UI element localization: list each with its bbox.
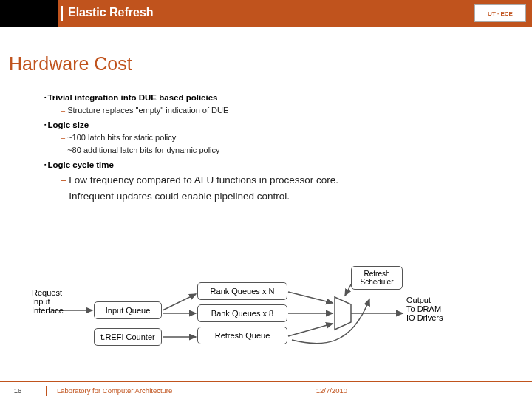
header-bar: Elastic Refresh UT · ECE bbox=[0, 0, 532, 27]
bullet-logic-size-sub1: ~100 latch bits for static policy bbox=[61, 133, 502, 142]
slide-title: Hardware Cost bbox=[9, 53, 132, 75]
svg-line-4 bbox=[288, 292, 332, 303]
block-bank-queues: Bank Queues x 8 bbox=[197, 304, 287, 322]
block-refresh-queue: Refresh Queue bbox=[197, 327, 287, 344]
slide-content: Trivial integration into DUE based polic… bbox=[44, 87, 502, 207]
label-output: Output To DRAM IO Drivers bbox=[406, 296, 466, 322]
block-trefi-counter: t.REFI Counter bbox=[94, 328, 162, 346]
footer-date: 12/7/2010 bbox=[316, 386, 347, 395]
footer-page-number: 16 bbox=[0, 386, 35, 395]
bullet-logic-size-sub2: ~80 additional latch bits for dynamic po… bbox=[61, 146, 502, 154]
svg-line-6 bbox=[288, 324, 332, 336]
block-diagram: Request Input Interface Input Queue t.RE… bbox=[41, 266, 484, 355]
header-black-block bbox=[0, 0, 58, 27]
bullet-cycle-time: Logic cycle time bbox=[44, 160, 502, 169]
header-title: Elastic Refresh bbox=[68, 6, 154, 19]
bullet-cycle-time-sub2: Infrequent updates could enable pipeline… bbox=[61, 191, 502, 202]
block-rank-queues: Rank Queues x N bbox=[197, 282, 287, 300]
header-separator bbox=[61, 6, 63, 21]
bullet-cycle-time-sub1: Low frequency compared to ALU functions … bbox=[61, 174, 502, 185]
svg-line-1 bbox=[163, 294, 196, 310]
footer-lab-name: Laboratory for Computer Architecture bbox=[57, 386, 172, 395]
footer-separator bbox=[46, 386, 47, 396]
bullet-logic-size: Logic size bbox=[44, 120, 502, 129]
block-refresh-scheduler: Refresh Scheduler bbox=[351, 266, 403, 290]
label-request-input: Request Input Interface bbox=[32, 288, 76, 315]
bullet-integration: Trivial integration into DUE based polic… bbox=[44, 93, 502, 102]
ut-ece-logo: UT · ECE bbox=[474, 4, 526, 22]
block-input-queue: Input Queue bbox=[94, 301, 162, 319]
bullet-integration-sub1: Structure replaces "empty" indication of… bbox=[61, 106, 502, 115]
svg-line-7 bbox=[345, 284, 351, 296]
footer-bar: 16 Laboratory for Computer Architecture … bbox=[0, 381, 532, 399]
